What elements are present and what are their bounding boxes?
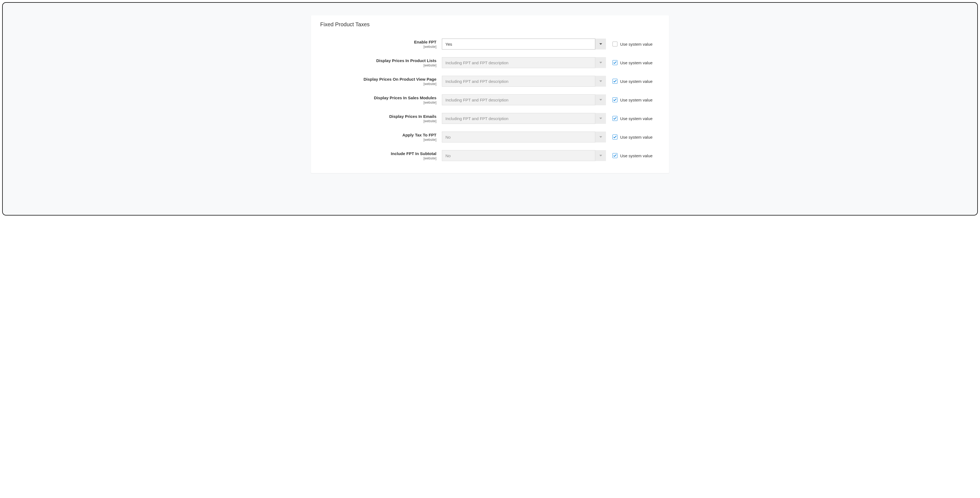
- select-wrap: Including FPT and FPT description: [442, 113, 606, 124]
- field-control: No: [442, 132, 606, 143]
- field-control: Including FPT and FPT description: [442, 94, 606, 105]
- select-wrap: Yes: [442, 38, 606, 49]
- use-system-label[interactable]: Use system value: [620, 79, 652, 84]
- field-scope: [website]: [320, 64, 436, 67]
- field-label: Enable FPT: [320, 40, 436, 45]
- config-frame: Fixed Product Taxes Enable FPT [website]…: [2, 2, 978, 215]
- chevron-down-icon: [595, 94, 606, 105]
- select-wrap: No: [442, 132, 606, 143]
- field-label-col: Apply Tax To FPT [website]: [320, 132, 442, 142]
- use-system-checkbox[interactable]: [612, 97, 617, 102]
- field-select: Including FPT and FPT description: [442, 76, 606, 87]
- field-select: No: [442, 132, 606, 143]
- field-label-col: Display Prices In Emails [website]: [320, 113, 442, 123]
- field-scope: [website]: [320, 156, 436, 160]
- use-system-checkbox[interactable]: [612, 79, 617, 84]
- field-label-col: Display Prices In Product Lists [website…: [320, 57, 442, 67]
- chevron-down-icon: [595, 113, 606, 124]
- use-system-label[interactable]: Use system value: [620, 153, 652, 158]
- field-select[interactable]: Yes: [442, 38, 606, 49]
- use-system-col: Use system value: [606, 150, 652, 161]
- select-wrap: No: [442, 150, 606, 161]
- use-system-col: Use system value: [606, 57, 652, 68]
- use-system-col: Use system value: [606, 38, 652, 49]
- field-scope: [website]: [320, 119, 436, 123]
- panel-title: Fixed Product Taxes: [320, 21, 660, 28]
- chevron-down-icon: [595, 132, 606, 143]
- use-system-checkbox[interactable]: [612, 60, 617, 65]
- use-system-checkbox[interactable]: [612, 135, 617, 140]
- field-row: Enable FPT [website] Yes Use system valu…: [320, 38, 660, 49]
- use-system-col: Use system value: [606, 76, 652, 87]
- use-system-label[interactable]: Use system value: [620, 98, 652, 102]
- chevron-down-icon[interactable]: [595, 38, 606, 49]
- field-label-col: Include FPT In Subtotal [website]: [320, 150, 442, 160]
- field-select: Including FPT and FPT description: [442, 57, 606, 68]
- field-label: Display Prices In Product Lists: [320, 58, 436, 63]
- field-control: Including FPT and FPT description: [442, 113, 606, 124]
- field-row: Apply Tax To FPT [website] No Use system…: [320, 132, 660, 143]
- use-system-label[interactable]: Use system value: [620, 135, 652, 140]
- field-control: Yes: [442, 38, 606, 49]
- field-select: Including FPT and FPT description: [442, 113, 606, 124]
- use-system-label[interactable]: Use system value: [620, 116, 652, 121]
- field-row: Include FPT In Subtotal [website] No Use…: [320, 150, 660, 161]
- field-row: Display Prices In Product Lists [website…: [320, 57, 660, 68]
- field-scope: [website]: [320, 101, 436, 105]
- field-control: No: [442, 150, 606, 161]
- field-control: Including FPT and FPT description: [442, 76, 606, 87]
- use-system-label[interactable]: Use system value: [620, 60, 652, 65]
- field-label: Display Prices In Sales Modules: [320, 95, 436, 100]
- fpt-panel: Fixed Product Taxes Enable FPT [website]…: [311, 15, 669, 173]
- use-system-col: Use system value: [606, 94, 652, 105]
- use-system-checkbox[interactable]: [612, 153, 617, 158]
- field-label: Apply Tax To FPT: [320, 133, 436, 138]
- select-wrap: Including FPT and FPT description: [442, 94, 606, 105]
- field-row: Display Prices On Product View Page [web…: [320, 76, 660, 87]
- field-row: Display Prices In Emails [website] Inclu…: [320, 113, 660, 124]
- field-row: Display Prices In Sales Modules [website…: [320, 94, 660, 105]
- select-wrap: Including FPT and FPT description: [442, 57, 606, 68]
- field-control: Including FPT and FPT description: [442, 57, 606, 68]
- field-scope: [website]: [320, 45, 436, 49]
- field-label-col: Display Prices In Sales Modules [website…: [320, 94, 442, 105]
- field-scope: [website]: [320, 138, 436, 142]
- use-system-col: Use system value: [606, 113, 652, 124]
- field-label-col: Display Prices On Product View Page [web…: [320, 76, 442, 86]
- field-label: Display Prices On Product View Page: [320, 77, 436, 82]
- select-wrap: Including FPT and FPT description: [442, 76, 606, 87]
- field-select: No: [442, 150, 606, 161]
- use-system-label[interactable]: Use system value: [620, 42, 652, 46]
- chevron-down-icon: [595, 76, 606, 87]
- fields-container: Enable FPT [website] Yes Use system valu…: [320, 38, 660, 161]
- field-select: Including FPT and FPT description: [442, 94, 606, 105]
- use-system-checkbox[interactable]: [612, 41, 617, 46]
- chevron-down-icon: [595, 150, 606, 161]
- field-label: Include FPT In Subtotal: [320, 151, 436, 156]
- use-system-col: Use system value: [606, 132, 652, 143]
- field-label: Display Prices In Emails: [320, 114, 436, 119]
- use-system-checkbox[interactable]: [612, 116, 617, 121]
- field-scope: [website]: [320, 82, 436, 86]
- field-label-col: Enable FPT [website]: [320, 38, 442, 49]
- chevron-down-icon: [595, 57, 606, 68]
